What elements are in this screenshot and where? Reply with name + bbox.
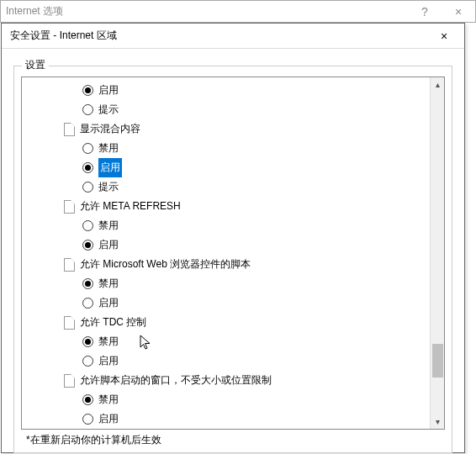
document-icon (64, 200, 75, 214)
radio-icon[interactable] (82, 85, 93, 96)
option-label: 禁用 (98, 216, 119, 235)
option-label: 禁用 (98, 332, 119, 351)
radio-icon[interactable] (82, 143, 93, 154)
security-settings-dialog: 安全设置 - Internet 区域 × 设置 启用提示显示混合内容禁用启用提示… (1, 23, 465, 453)
radio-icon[interactable] (82, 356, 93, 367)
settings-category: 允许 Microsoft Web 浏览器控件的脚本 (22, 255, 430, 274)
scrollbar-thumb[interactable] (432, 344, 443, 377)
settings-category: 显示混合内容 (22, 119, 430, 139)
dialog-title: 安全设置 - Internet 区域 (10, 29, 429, 43)
settings-option[interactable]: 禁用 (22, 139, 430, 158)
category-label: 显示混合内容 (80, 119, 140, 139)
settings-category: 允许脚本启动的窗口，不受大小或位置限制 (22, 371, 430, 390)
parent-close-icon[interactable]: × (442, 5, 475, 18)
document-icon (64, 374, 75, 388)
settings-option[interactable]: 禁用 (22, 332, 430, 351)
settings-option[interactable]: 提示 (22, 100, 430, 119)
parent-window-titlebar: Internet 选项 ? × (0, 0, 476, 23)
parent-window-title: Internet 选项 (6, 4, 408, 18)
document-icon (64, 123, 75, 136)
settings-list-content: 启用提示显示混合内容禁用启用提示允许 META REFRESH禁用启用允许 Mi… (22, 77, 430, 429)
radio-icon[interactable] (82, 162, 93, 173)
option-label: 启用 (98, 351, 119, 371)
radio-icon[interactable] (82, 104, 93, 115)
dialog-body: 设置 启用提示显示混合内容禁用启用提示允许 META REFRESH禁用启用允许… (2, 49, 464, 454)
settings-option[interactable]: 禁用 (22, 216, 430, 235)
scroll-up-arrow-icon[interactable]: ▴ (431, 77, 445, 92)
help-icon[interactable]: ? (408, 5, 442, 18)
option-label: 禁用 (98, 139, 119, 158)
option-label: 禁用 (98, 274, 119, 293)
settings-section-label: 设置 (22, 58, 49, 72)
option-label: 启用 (98, 293, 119, 313)
settings-listbox: 启用提示显示混合内容禁用启用提示允许 META REFRESH禁用启用允许 Mi… (21, 77, 445, 430)
radio-icon[interactable] (82, 298, 93, 309)
settings-option[interactable]: 启用 (22, 351, 430, 371)
category-label: 允许 META REFRESH (80, 197, 181, 216)
category-label: 允许脚本启动的窗口，不受大小或位置限制 (80, 371, 272, 390)
category-label: 允许 Microsoft Web 浏览器控件的脚本 (80, 255, 251, 274)
scrollbar-track[interactable] (431, 92, 445, 414)
option-label: 提示 (98, 177, 119, 197)
radio-icon[interactable] (82, 414, 93, 425)
radio-icon[interactable] (82, 240, 93, 251)
settings-fieldset: 启用提示显示混合内容禁用启用提示允许 META REFRESH禁用启用允许 Mi… (13, 66, 452, 453)
settings-option[interactable]: 禁用 (22, 274, 430, 293)
settings-option[interactable]: 启用 (22, 81, 430, 100)
option-label: 启用 (98, 409, 119, 429)
settings-option[interactable]: 启用 (22, 293, 430, 313)
close-button[interactable]: × (429, 27, 459, 45)
radio-icon[interactable] (82, 394, 93, 405)
settings-option[interactable]: 启用 (22, 235, 430, 255)
scroll-down-arrow-icon[interactable]: ▾ (431, 414, 445, 429)
radio-icon[interactable] (82, 182, 93, 193)
document-icon (64, 316, 75, 330)
restart-footnote: *在重新启动你的计算机后生效 (21, 433, 445, 447)
category-label: 允许 TDC 控制 (80, 313, 146, 332)
dialog-titlebar: 安全设置 - Internet 区域 × (2, 24, 464, 49)
settings-option[interactable]: 启用 (22, 409, 430, 429)
option-label: 启用 (98, 235, 119, 255)
settings-category: 允许 TDC 控制 (22, 313, 430, 332)
option-label: 提示 (98, 100, 119, 119)
document-icon (64, 258, 75, 272)
settings-option[interactable]: 禁用 (22, 390, 430, 409)
option-label: 启用 (98, 81, 119, 100)
radio-icon[interactable] (82, 336, 93, 347)
settings-option[interactable]: 启用 (22, 158, 430, 177)
settings-option[interactable]: 提示 (22, 177, 430, 197)
option-label: 禁用 (98, 390, 119, 409)
settings-category: 允许 META REFRESH (22, 197, 430, 216)
option-label: 启用 (98, 158, 122, 177)
scrollbar[interactable]: ▴ ▾ (430, 77, 444, 429)
radio-icon[interactable] (82, 220, 93, 231)
radio-icon[interactable] (82, 278, 93, 289)
